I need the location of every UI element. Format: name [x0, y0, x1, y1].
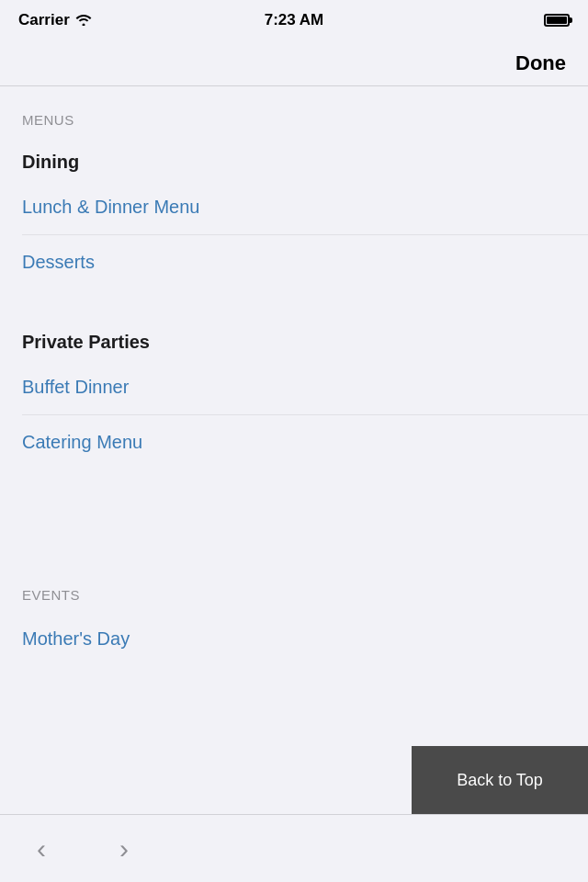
lunch-dinner-link[interactable]: Lunch & Dinner Menu [0, 180, 588, 234]
mothers-day-link[interactable]: Mother's Day [0, 612, 588, 666]
done-button[interactable]: Done [515, 51, 566, 75]
menus-section-header: MENUS [0, 86, 588, 137]
forward-arrow-button[interactable]: › [119, 835, 129, 863]
private-parties-category-title: Private Parties [0, 317, 588, 360]
battery-icon [544, 14, 570, 27]
navigation-header: Done [0, 40, 588, 86]
back-arrow-button[interactable]: ‹ [37, 835, 46, 863]
events-section-header: EVENTS [0, 561, 588, 612]
buffet-dinner-link[interactable]: Buffet Dinner [0, 360, 588, 414]
section-spacer [0, 469, 588, 561]
carrier-info: Carrier [18, 11, 92, 29]
carrier-label: Carrier [18, 11, 70, 29]
dining-category-title: Dining [0, 137, 588, 180]
spacer-1 [0, 289, 588, 317]
catering-menu-link[interactable]: Catering Menu [0, 415, 588, 469]
battery-indicator [544, 14, 570, 27]
wifi-icon [75, 13, 92, 28]
content-area: MENUS Dining Lunch & Dinner Menu Dessert… [0, 86, 588, 666]
battery-fill [547, 17, 567, 24]
time-display: 7:23 AM [265, 11, 324, 29]
status-bar: Carrier 7:23 AM [0, 0, 588, 40]
back-to-top-button[interactable]: Back to Top [412, 746, 588, 814]
bottom-navigation: ‹ › [0, 814, 588, 882]
desserts-link[interactable]: Desserts [0, 235, 588, 289]
